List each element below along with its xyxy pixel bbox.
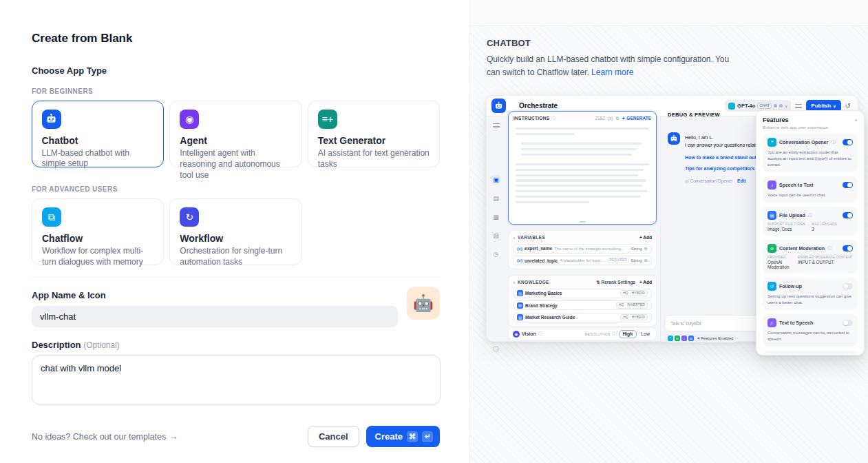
retrieval-badge: HQ · HYBRID	[620, 290, 648, 297]
instructions-skeleton	[509, 123, 656, 203]
app-type-card-workflow[interactable]: ↻ Workflow Orchestration for single-turn…	[169, 198, 301, 265]
dataset-icon: ▤	[517, 290, 523, 296]
preview-app-title: Orchestrate	[519, 102, 558, 110]
toggle-off	[843, 320, 853, 326]
app-icon-picker[interactable]: 🤖	[407, 287, 440, 320]
learn-more-link[interactable]: Learn more	[591, 68, 633, 77]
model-chat-tag: CHAT	[757, 103, 772, 109]
app-name-label: App Name & Icon	[32, 290, 440, 300]
beginner-app-types: Chatbot LLM-based chatbot with simple se…	[32, 101, 440, 167]
gpt4o-model-icon	[728, 103, 735, 110]
app-type-name: Workflow	[180, 233, 291, 244]
chevron-down-icon: ∨	[513, 236, 516, 240]
variable-row: {x} unrelated_topic A placeholder for to…	[513, 256, 652, 265]
variable-icon: {x}	[517, 247, 522, 251]
info-icon: ⓘ	[831, 139, 835, 145]
resize-handle	[579, 221, 586, 223]
model-capability-icon	[774, 104, 777, 107]
resolution-high-option: High	[619, 330, 637, 338]
conversation-opener-icon: ❝	[768, 138, 776, 147]
feature-card-conversation-opener: ❝ Conversation Opener ⓘ You are an entit…	[763, 134, 858, 172]
info-icon: ⓘ	[538, 331, 542, 337]
app-name-input[interactable]	[32, 306, 398, 327]
choose-app-type-label: Choose App Type	[32, 65, 440, 76]
chevron-down-icon: ∨	[785, 103, 787, 108]
advanced-app-types: ⧉ Chatflow Workflow for complex multi-tu…	[32, 198, 440, 265]
retrieval-badge: HQ · HYBRID	[620, 314, 648, 321]
feature-card-speech-to-text: ♪ Speech to Text Voice input can be used…	[763, 176, 858, 203]
rail-document-icon: ▦	[491, 212, 500, 221]
knowledge-row: ▤ Market Research Guide HQ · HYBRID	[513, 313, 652, 322]
rail-clock-icon: ◷	[491, 249, 500, 258]
app-type-card-chatflow[interactable]: ⧉ Chatflow Workflow for complex multi-tu…	[32, 198, 164, 265]
speech-mini-icon: ♪	[681, 336, 687, 341]
toggle-on	[843, 245, 853, 251]
app-type-desc: Workflow for complex multi-turn dialogue…	[42, 246, 154, 268]
edit-link: Edit	[737, 178, 745, 183]
variable-icon: {x}	[608, 116, 613, 121]
chevron-down-icon: ∨	[513, 280, 516, 285]
toggle-off	[843, 283, 853, 289]
cancel-button[interactable]: Cancel	[308, 426, 359, 447]
text-generator-icon: ≡+	[318, 110, 337, 129]
app-type-name: Agent	[180, 135, 291, 146]
settings-icon: ⊕	[644, 258, 648, 263]
app-type-card-agent[interactable]: ◉ Agent Intelligent agent with reasoning…	[169, 101, 301, 167]
follow-up-icon: ↺	[768, 282, 776, 291]
preview-panel: CHATBOT Quickly build an LLM-based chatb…	[470, 0, 868, 463]
history-icon: ↺	[845, 102, 851, 110]
preview-top-strip	[470, 0, 868, 26]
variable-icon: {x}	[517, 258, 522, 263]
description-textarea[interactable]: chat with vllm model	[32, 356, 441, 404]
toggle-on	[843, 212, 853, 218]
features-enabled-badge: ❝ ⊘ ♪ ▤ 4 Features Enabled	[664, 334, 737, 342]
knowledge-row: ▤ Brand Strategy HQ · INVERTED	[513, 300, 652, 310]
close-icon: ×	[854, 117, 858, 123]
info-icon: ⓘ	[551, 115, 555, 121]
moderation-mini-icon: ⊘	[675, 336, 680, 341]
create-button[interactable]: Create ⌘ ↵	[366, 426, 440, 447]
vision-row: ◉ Vision ⓘ RESOLUTION ⓘ High Low	[508, 327, 657, 340]
rail-collapse-icon: ▢	[491, 344, 500, 353]
app-type-card-text-generator[interactable]: ≡+ Text Generator AI assistant for text …	[308, 101, 440, 167]
for-advanced-users-label: FOR ADVANCED USERS	[32, 185, 440, 193]
preview-heading: CHATBOT	[487, 38, 851, 48]
preview-description: Quickly build an LLM-based chatbot with …	[487, 53, 743, 79]
required-badge: REQUIRED	[608, 258, 629, 264]
app-type-desc: Orchestration for single-turn automation…	[180, 246, 291, 268]
model-capability-icon	[779, 104, 783, 107]
copy-icon: ⧉	[615, 116, 619, 121]
for-beginners-label: FOR BEGINNERS	[32, 88, 440, 95]
create-app-modal: Create from Blank Choose App Type FOR BE…	[0, 0, 868, 463]
file-upload-icon: ▤	[768, 211, 776, 220]
instructions-panel: INSTRUCTIONS ⓘ 2182 {x} ⧉ ✦ GENERATE	[508, 111, 657, 225]
dataset-icon: ▤	[517, 302, 523, 309]
citations-icon: ❞	[768, 355, 776, 356]
enter-key-icon: ↵	[422, 431, 433, 442]
rail-sliders-icon	[491, 121, 500, 130]
app-type-desc: Intelligent agent with reasoning and aut…	[180, 148, 291, 181]
feature-card-content-moderation: ⊘ Content Moderation ⓘ PROVIDER ENABLED …	[763, 240, 858, 274]
page-title: Create from Blank	[32, 32, 440, 45]
app-type-desc: LLM-based chatbot with simple setup	[42, 148, 154, 170]
description-label: Description (Optional)	[32, 340, 440, 350]
retrieval-badge: HQ · INVERTED	[616, 302, 648, 309]
resolution-low-option: Low	[639, 331, 652, 338]
app-type-card-chatbot[interactable]: Chatbot LLM-based chatbot with simple se…	[32, 101, 164, 167]
knowledge-row: ▤ Marketing Basics HQ · HYBRID	[513, 289, 652, 298]
dataset-icon: ▤	[517, 314, 523, 320]
workflow-icon: ↻	[180, 207, 199, 227]
info-icon: ⓘ	[808, 212, 812, 218]
info-icon: ⓘ	[613, 331, 617, 337]
feature-card-citations: ❞ Citations and Attributions Show source…	[763, 351, 858, 356]
feature-card-file-upload: ▤ File Upload ⓘ SUPPORT FILE TYPES MAX U…	[763, 207, 858, 236]
conversation-opener-mini-icon: ❝	[668, 336, 673, 341]
preview-app-icon	[491, 99, 506, 113]
feature-card-text-to-speech: ♬ Text to Speech Conversation messages c…	[763, 314, 858, 347]
features-panel-preview: Features × Enhance web app user experien…	[756, 110, 865, 356]
settings-icon: ⊕	[644, 246, 648, 251]
chevron-down-icon: ∨	[833, 103, 836, 108]
bot-avatar	[668, 132, 680, 145]
templates-link[interactable]: No ideas? Check out our templates →	[32, 432, 178, 442]
rail-note-icon: ▧	[491, 231, 500, 240]
